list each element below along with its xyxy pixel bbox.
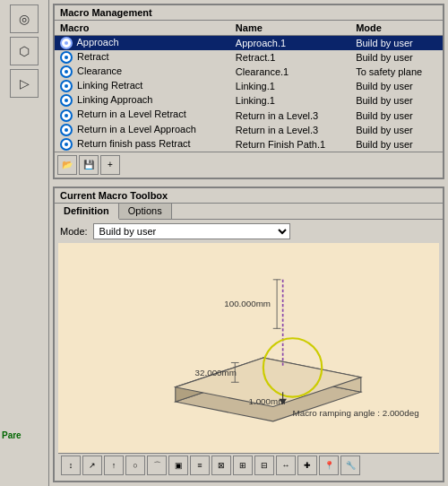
main-content: Macro Management Macro Name Mode Approac… bbox=[49, 0, 448, 486]
row-icon bbox=[60, 124, 73, 136]
row-icon bbox=[60, 109, 73, 122]
row-icon bbox=[60, 51, 73, 64]
toolbar-add-btn[interactable]: + bbox=[100, 155, 120, 175]
svg-text:Macro ramping angle : 2.000deg: Macro ramping angle : 2.000deg bbox=[293, 408, 419, 418]
toolbar-open-btn[interactable]: 📂 bbox=[57, 155, 77, 175]
btn-horiz[interactable]: ↔ bbox=[276, 456, 296, 475]
canvas-area: 100.000mm 32.000mm 1.000mm Macro ramping… bbox=[58, 243, 439, 453]
tabs-row: Definition Options bbox=[55, 204, 443, 220]
tab-options[interactable]: Options bbox=[119, 204, 172, 219]
toolbox-title: Current Macro Toolbox bbox=[55, 188, 443, 204]
table-row[interactable]: Return finish pass RetractReturn Finish … bbox=[55, 137, 443, 152]
row-icon bbox=[60, 138, 73, 151]
sidebar-icon-1[interactable]: ◎ bbox=[10, 4, 39, 33]
table-row[interactable]: ClearanceClearance.1To safety plane bbox=[55, 65, 443, 79]
svg-text:1.000mm: 1.000mm bbox=[249, 396, 286, 406]
btn-lines[interactable]: ≡ bbox=[190, 456, 210, 475]
btn-up[interactable]: ↑ bbox=[104, 456, 124, 475]
row-icon bbox=[60, 80, 73, 92]
bottom-toolbar: ↕ ↗ ↑ ○ ⌒ ▣ ≡ ⊠ ⊞ ⊟ ↔ ✚ 📍 🔧 bbox=[58, 453, 439, 477]
macro-table: Macro Name Mode ApproachApproach.1Build … bbox=[55, 21, 443, 152]
btn-circle[interactable]: ○ bbox=[125, 456, 145, 475]
dim1-label: 100.000mm bbox=[224, 299, 271, 308]
svg-text:32.000mm: 32.000mm bbox=[195, 367, 237, 377]
btn-tool[interactable]: 🔧 bbox=[340, 456, 360, 475]
btn-cross-box[interactable]: ⊠ bbox=[211, 456, 231, 475]
table-row[interactable]: Linking ApproachLinking.1Build by user bbox=[55, 93, 443, 108]
btn-plus-box[interactable]: ⊞ bbox=[233, 456, 253, 475]
col-name: Name bbox=[230, 21, 350, 36]
canvas-svg: 100.000mm 32.000mm 1.000mm Macro ramping… bbox=[58, 243, 439, 453]
mode-row: Mode: Build by user To safety plane None bbox=[55, 220, 443, 243]
sidebar-icon-2[interactable]: ⬡ bbox=[10, 37, 39, 65]
table-row[interactable]: Linking RetractLinking.1Build by user bbox=[55, 79, 443, 93]
current-macro-toolbox: Current Macro Toolbox Definition Options… bbox=[53, 187, 444, 482]
btn-crosshair[interactable]: ✚ bbox=[297, 456, 317, 475]
btn-arc[interactable]: ⌒ bbox=[147, 456, 167, 475]
mode-select[interactable]: Build by user To safety plane None bbox=[93, 223, 290, 239]
btn-diagonal[interactable]: ↗ bbox=[82, 456, 102, 475]
tab-definition[interactable]: Definition bbox=[55, 204, 119, 220]
table-row[interactable]: Return in a Level RetractReturn in a Lev… bbox=[55, 108, 443, 122]
col-macro: Macro bbox=[55, 21, 230, 36]
row-icon bbox=[60, 94, 73, 107]
mode-label: Mode: bbox=[60, 226, 88, 237]
btn-minus-box[interactable]: ⊟ bbox=[254, 456, 274, 475]
macro-management-panel: Macro Management Macro Name Mode Approac… bbox=[53, 4, 444, 179]
pares-label: Pare bbox=[2, 430, 22, 440]
row-icon bbox=[60, 37, 73, 49]
toolbar-save-btn[interactable]: 💾 bbox=[79, 155, 99, 175]
table-row[interactable]: Return in a Level ApproachReturn in a Le… bbox=[55, 123, 443, 137]
macro-table-wrapper[interactable]: Macro Name Mode ApproachApproach.1Build … bbox=[55, 21, 443, 152]
sidebar-icon-3[interactable]: ▷ bbox=[10, 69, 39, 98]
btn-pin[interactable]: 📍 bbox=[319, 456, 339, 475]
btn-square[interactable]: ▣ bbox=[168, 456, 188, 475]
macro-management-title: Macro Management bbox=[55, 5, 443, 21]
table-row[interactable]: ApproachApproach.1Build by user bbox=[55, 36, 443, 51]
macro-toolbar: 📂 💾 + bbox=[55, 152, 443, 178]
col-mode: Mode bbox=[350, 21, 443, 36]
table-row[interactable]: RetractRetract.1Build by user bbox=[55, 50, 443, 65]
row-icon bbox=[60, 65, 73, 78]
table-header-row: Macro Name Mode bbox=[55, 21, 443, 36]
left-sidebar: ◎ ⬡ ▷ Pare bbox=[0, 0, 49, 486]
btn-arrows[interactable]: ↕ bbox=[61, 456, 81, 475]
